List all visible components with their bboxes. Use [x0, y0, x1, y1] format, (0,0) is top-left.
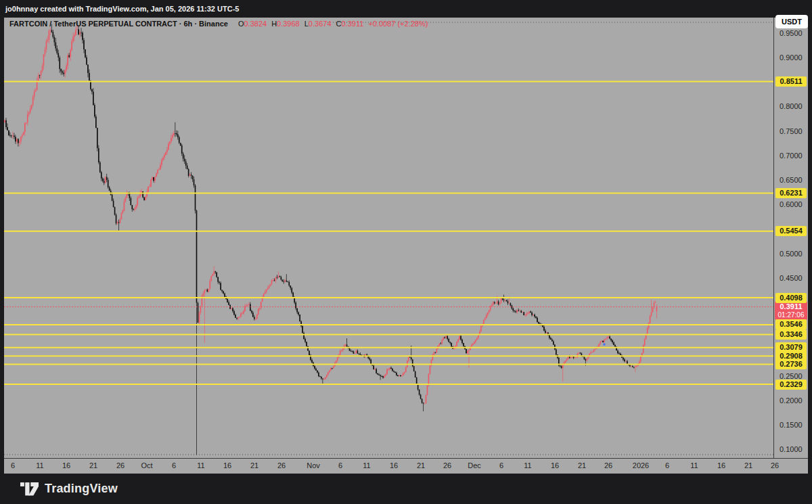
scale-guide-dotted-lines — [4, 22, 773, 455]
candlestick-chart — [4, 18, 773, 458]
price-tick-label: 0.6000 — [780, 200, 803, 209]
footer-bar: TradingView — [0, 474, 812, 504]
high-label: H — [271, 20, 277, 28]
time-tick-label: 21 — [89, 461, 97, 469]
time-tick-label: 6 — [665, 461, 669, 469]
time-tick-label: 16 — [551, 461, 559, 469]
candlestick-series — [4, 24, 657, 455]
time-tick-label: 11 — [524, 461, 531, 469]
price-tick-label: 0.9500 — [780, 28, 803, 38]
chart-card: FARTCOIN / TetherUS PERPETUAL CONTRACT ·… — [4, 18, 808, 474]
tradingview-wordmark[interactable]: TradingView — [45, 482, 118, 496]
time-tick-label: 26 — [771, 461, 779, 469]
time-axis[interactable]: 611162126Oct611162126Nov611162126Dec6111… — [4, 458, 808, 474]
last-price-value: 0.3911 — [780, 302, 802, 311]
drawing-anchor-dot[interactable] — [604, 344, 606, 346]
symbol-legend: FARTCOIN / TetherUS PERPETUAL CONTRACT ·… — [9, 20, 428, 28]
time-tick-label: 6 — [499, 461, 503, 469]
time-tick-label: 16 — [62, 461, 70, 469]
time-tick-label: 26 — [116, 461, 125, 469]
time-tick-label: 21 — [578, 461, 586, 469]
currency-toggle-button[interactable]: USDT — [775, 15, 808, 28]
tradingview-logo-icon[interactable] — [20, 482, 39, 496]
low-value: 0.3674 — [309, 20, 332, 28]
time-tick-label: Oct — [141, 461, 152, 469]
price-axis[interactable]: 0.3911 01:27:06 0.95000.90000.80000.7500… — [773, 18, 808, 458]
level-price-label: 0.2736 — [775, 359, 807, 369]
time-tick-label: 21 — [417, 461, 425, 469]
time-tick-label: Nov — [307, 461, 320, 469]
price-tick-label: 0.1000 — [780, 444, 803, 454]
level-price-label: 0.4098 — [775, 293, 807, 303]
time-tick-label: 6 — [172, 461, 176, 469]
time-tick-label: 26 — [443, 461, 451, 469]
tradingview-snapshot: jo0hnnay created with TradingView.com, J… — [0, 0, 812, 504]
level-price-label: 0.6231 — [775, 188, 807, 198]
price-tick-label: 0.2000 — [780, 396, 803, 405]
chart-pane[interactable]: FARTCOIN / TetherUS PERPETUAL CONTRACT ·… — [4, 18, 773, 458]
time-tick-label: 21 — [744, 461, 752, 469]
price-tick-label: 0.6500 — [780, 175, 803, 185]
time-tick-label: 11 — [690, 461, 698, 469]
horizontal-level-lines[interactable] — [4, 82, 773, 385]
close-value: 0.3911 — [341, 20, 363, 28]
high-value: 0.3968 — [277, 20, 300, 28]
time-tick-label: 6 — [338, 461, 342, 469]
last-price-badge: 0.3911 01:27:06 — [775, 301, 807, 320]
price-tick-label: 0.4500 — [780, 273, 803, 283]
open-value: 0.3824 — [244, 20, 267, 28]
time-tick-label: 16 — [223, 461, 231, 469]
time-tick-label: 16 — [390, 461, 398, 469]
time-tick-label: Dec — [468, 461, 481, 469]
price-tick-label: 0.7500 — [780, 127, 803, 136]
level-price-label: 0.3546 — [775, 319, 807, 329]
time-tick-label: 26 — [277, 461, 286, 469]
change-value: +0.0087 (+2.28%) — [368, 20, 428, 28]
time-tick-label: 11 — [363, 461, 370, 469]
price-tick-label: 0.1500 — [780, 420, 803, 430]
price-tick-label: 0.5000 — [780, 249, 803, 258]
time-tick-label: 11 — [36, 461, 43, 469]
time-tick-label: 6 — [11, 461, 15, 469]
time-tick-label: 26 — [604, 461, 612, 469]
level-price-label: 0.2329 — [775, 380, 807, 390]
time-tick-label: 11 — [197, 461, 204, 469]
price-tick-label: 0.9000 — [780, 53, 803, 62]
time-tick-label: 16 — [717, 461, 725, 469]
time-tick-label: 2026 — [633, 461, 649, 469]
level-price-label: 0.5454 — [775, 226, 807, 236]
bar-countdown: 01:27:06 — [775, 311, 807, 319]
symbol-title: FARTCOIN / TetherUS PERPETUAL CONTRACT ·… — [9, 20, 228, 28]
level-price-label: 0.8511 — [775, 76, 807, 87]
price-tick-label: 0.8000 — [780, 101, 803, 111]
attribution-bar: jo0hnnay created with TradingView.com, J… — [0, 0, 812, 18]
level-price-label: 0.3346 — [775, 329, 807, 340]
price-tick-label: 0.7000 — [780, 151, 803, 160]
time-tick-label: 21 — [250, 461, 258, 469]
attribution-text: jo0hnnay created with TradingView.com, J… — [5, 5, 239, 13]
